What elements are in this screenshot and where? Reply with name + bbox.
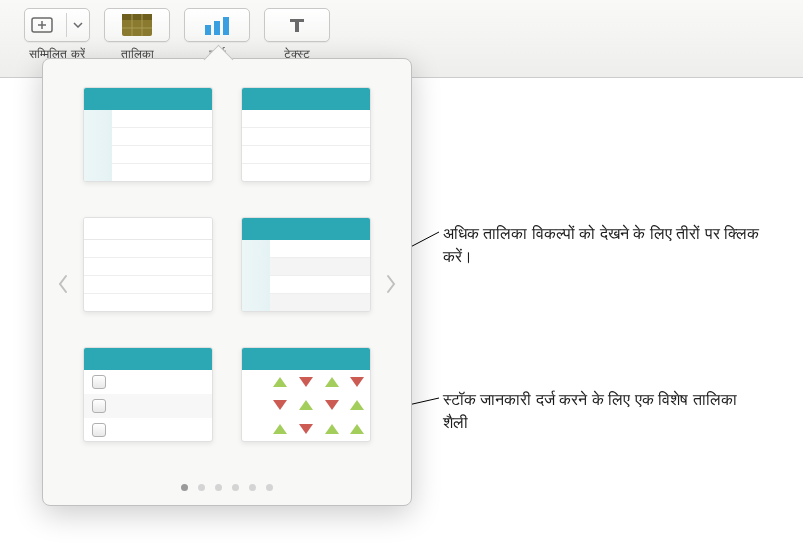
callout-text: अधिक तालिका विकल्पों को देखने के लिए तीर…	[443, 222, 763, 268]
plus-box-icon	[31, 17, 53, 33]
next-page-arrow[interactable]	[379, 254, 403, 314]
chevron-right-icon	[385, 274, 397, 294]
insert-button[interactable]	[24, 8, 90, 42]
svg-rect-8	[205, 25, 211, 35]
svg-rect-10	[223, 17, 229, 35]
toolbar-item-text: टेक्स्ट	[260, 8, 334, 61]
toolbar-item-insert: सम्मिलित करें	[20, 8, 94, 61]
chevron-down-icon	[73, 22, 83, 28]
bar-chart-icon	[203, 15, 231, 35]
callout-text: स्टॉक जानकारी दर्ज करने के लिए एक विशेष …	[443, 388, 753, 434]
svg-rect-4	[122, 14, 152, 20]
table-style-stock[interactable]	[241, 347, 371, 442]
page-dot[interactable]	[198, 484, 205, 491]
table-style-header-plain[interactable]	[241, 87, 371, 182]
toolbar-item-table: तालिका	[100, 8, 174, 61]
table-grid-icon	[122, 14, 152, 36]
page-dot[interactable]	[249, 484, 256, 491]
svg-rect-9	[214, 21, 220, 35]
text-t-icon	[287, 15, 307, 35]
page-dot[interactable]	[266, 484, 273, 491]
table-style-minimal[interactable]	[83, 217, 213, 312]
page-dot[interactable]	[232, 484, 239, 491]
prev-page-arrow[interactable]	[51, 254, 75, 314]
page-indicator	[43, 484, 411, 491]
table-styles-grid	[43, 59, 411, 467]
chevron-left-icon	[57, 274, 69, 294]
page-dot[interactable]	[215, 484, 222, 491]
table-style-header-leftcol[interactable]	[83, 87, 213, 182]
page-dot[interactable]	[181, 484, 188, 491]
table-style-header-leftcol-striped[interactable]	[241, 217, 371, 312]
chart-button[interactable]	[184, 8, 250, 42]
text-button[interactable]	[264, 8, 330, 42]
table-style-checklist[interactable]	[83, 347, 213, 442]
table-button[interactable]	[104, 8, 170, 42]
callout-arrows: अधिक तालिका विकल्पों को देखने के लिए तीर…	[395, 222, 763, 268]
table-styles-popover	[42, 58, 412, 506]
